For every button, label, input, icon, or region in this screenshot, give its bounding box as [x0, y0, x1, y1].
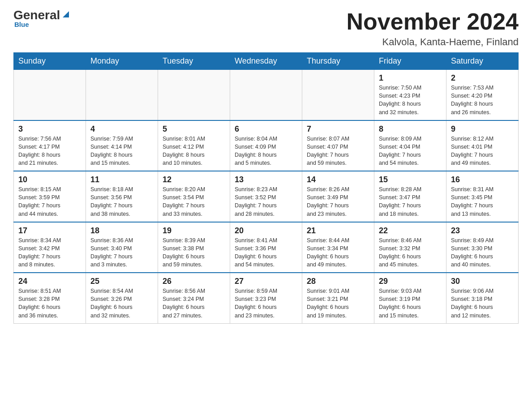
calendar-cell: 8Sunrise: 8:09 AM Sunset: 4:04 PM Daylig… [374, 120, 446, 171]
day-number: 28 [307, 277, 369, 286]
week-row-5: 24Sunrise: 8:51 AM Sunset: 3:28 PM Dayli… [14, 273, 519, 323]
day-info: Sunrise: 8:54 AM Sunset: 3:26 PM Dayligh… [90, 287, 153, 320]
calendar-subtitle: Kalvola, Kanta-Haeme, Finland [347, 36, 519, 48]
weekday-header-sunday: Sunday [14, 53, 86, 70]
day-info: Sunrise: 8:44 AM Sunset: 3:34 PM Dayligh… [307, 236, 369, 269]
day-info: Sunrise: 8:01 AM Sunset: 4:12 PM Dayligh… [163, 135, 225, 167]
day-number: 11 [90, 175, 153, 184]
weekday-header-monday: Monday [86, 53, 158, 70]
calendar-cell: 11Sunrise: 8:18 AM Sunset: 3:56 PM Dayli… [86, 171, 158, 222]
day-info: Sunrise: 8:39 AM Sunset: 3:38 PM Dayligh… [163, 236, 225, 269]
day-number: 1 [379, 73, 442, 83]
day-number: 27 [235, 277, 297, 286]
day-number: 9 [451, 124, 514, 134]
calendar-cell: 25Sunrise: 8:54 AM Sunset: 3:26 PM Dayli… [86, 273, 158, 323]
day-number: 10 [18, 175, 81, 184]
day-number: 26 [163, 277, 225, 286]
calendar-cell: 6Sunrise: 8:04 AM Sunset: 4:09 PM Daylig… [230, 120, 302, 171]
day-info: Sunrise: 8:49 AM Sunset: 3:30 PM Dayligh… [451, 236, 514, 269]
calendar-cell: 7Sunrise: 8:07 AM Sunset: 4:07 PM Daylig… [302, 120, 374, 171]
day-number: 18 [90, 226, 153, 235]
day-info: Sunrise: 7:59 AM Sunset: 4:14 PM Dayligh… [90, 135, 153, 167]
day-number: 13 [235, 175, 297, 184]
weekday-header-saturday: Saturday [446, 53, 519, 70]
weekday-header-tuesday: Tuesday [158, 53, 230, 70]
calendar-cell: 5Sunrise: 8:01 AM Sunset: 4:12 PM Daylig… [158, 120, 230, 171]
calendar-cell: 30Sunrise: 9:06 AM Sunset: 3:18 PM Dayli… [446, 273, 519, 323]
logo: General Blue [13, 9, 71, 28]
day-info: Sunrise: 8:36 AM Sunset: 3:40 PM Dayligh… [90, 236, 153, 269]
day-number: 30 [451, 277, 514, 286]
calendar-cell [158, 70, 230, 120]
weekday-header-friday: Friday [374, 53, 446, 70]
day-number: 17 [18, 226, 81, 235]
calendar-cell: 20Sunrise: 8:41 AM Sunset: 3:36 PM Dayli… [230, 222, 302, 273]
calendar-cell: 29Sunrise: 9:03 AM Sunset: 3:19 PM Dayli… [374, 273, 446, 323]
day-info: Sunrise: 9:03 AM Sunset: 3:19 PM Dayligh… [379, 287, 442, 320]
day-info: Sunrise: 7:53 AM Sunset: 4:20 PM Dayligh… [451, 84, 514, 116]
calendar-cell: 18Sunrise: 8:36 AM Sunset: 3:40 PM Dayli… [86, 222, 158, 273]
calendar-cell: 27Sunrise: 8:59 AM Sunset: 3:23 PM Dayli… [230, 273, 302, 323]
day-number: 15 [379, 175, 442, 184]
day-number: 23 [451, 226, 514, 235]
day-number: 20 [235, 226, 297, 235]
day-number: 5 [163, 124, 225, 134]
day-number: 22 [379, 226, 442, 235]
calendar-cell: 28Sunrise: 9:01 AM Sunset: 3:21 PM Dayli… [302, 273, 374, 323]
calendar-cell: 4Sunrise: 7:59 AM Sunset: 4:14 PM Daylig… [86, 120, 158, 171]
day-info: Sunrise: 8:34 AM Sunset: 3:42 PM Dayligh… [18, 236, 81, 269]
day-info: Sunrise: 8:31 AM Sunset: 3:45 PM Dayligh… [451, 185, 514, 218]
day-info: Sunrise: 8:07 AM Sunset: 4:07 PM Dayligh… [307, 135, 369, 167]
day-number: 25 [90, 277, 153, 286]
day-number: 4 [90, 124, 153, 134]
day-info: Sunrise: 8:26 AM Sunset: 3:49 PM Dayligh… [307, 185, 369, 218]
day-info: Sunrise: 8:41 AM Sunset: 3:36 PM Dayligh… [235, 236, 297, 269]
day-info: Sunrise: 8:28 AM Sunset: 3:47 PM Dayligh… [379, 185, 442, 218]
day-info: Sunrise: 8:51 AM Sunset: 3:28 PM Dayligh… [18, 287, 81, 320]
calendar-cell: 3Sunrise: 7:56 AM Sunset: 4:17 PM Daylig… [14, 120, 86, 171]
calendar-cell: 16Sunrise: 8:31 AM Sunset: 3:45 PM Dayli… [446, 171, 519, 222]
week-row-3: 10Sunrise: 8:15 AM Sunset: 3:59 PM Dayli… [14, 171, 519, 222]
day-info: Sunrise: 7:50 AM Sunset: 4:23 PM Dayligh… [379, 84, 442, 116]
calendar-cell: 2Sunrise: 7:53 AM Sunset: 4:20 PM Daylig… [446, 70, 519, 120]
calendar-cell: 9Sunrise: 8:12 AM Sunset: 4:01 PM Daylig… [446, 120, 519, 171]
calendar-cell: 1Sunrise: 7:50 AM Sunset: 4:23 PM Daylig… [374, 70, 446, 120]
calendar-cell: 12Sunrise: 8:20 AM Sunset: 3:54 PM Dayli… [158, 171, 230, 222]
svg-marker-0 [63, 11, 69, 17]
calendar-cell [86, 70, 158, 120]
weekday-header-wednesday: Wednesday [230, 53, 302, 70]
day-info: Sunrise: 8:12 AM Sunset: 4:01 PM Dayligh… [451, 135, 514, 167]
day-info: Sunrise: 8:23 AM Sunset: 3:52 PM Dayligh… [235, 185, 297, 218]
week-row-4: 17Sunrise: 8:34 AM Sunset: 3:42 PM Dayli… [14, 222, 519, 273]
calendar-cell: 22Sunrise: 8:46 AM Sunset: 3:32 PM Dayli… [374, 222, 446, 273]
day-number: 3 [18, 124, 81, 134]
page-header: General Blue November 2024 Kalvola, Kant… [13, 9, 519, 48]
calendar-cell [230, 70, 302, 120]
day-info: Sunrise: 8:56 AM Sunset: 3:24 PM Dayligh… [163, 287, 225, 320]
calendar-cell: 26Sunrise: 8:56 AM Sunset: 3:24 PM Dayli… [158, 273, 230, 323]
logo-icon [61, 9, 71, 19]
day-number: 24 [18, 277, 81, 286]
calendar-cell [14, 70, 86, 120]
calendar-cell: 19Sunrise: 8:39 AM Sunset: 3:38 PM Dayli… [158, 222, 230, 273]
day-number: 12 [163, 175, 225, 184]
logo-text-blue: Blue [13, 21, 29, 28]
day-number: 8 [379, 124, 442, 134]
calendar-cell: 23Sunrise: 8:49 AM Sunset: 3:30 PM Dayli… [446, 222, 519, 273]
day-number: 14 [307, 175, 369, 184]
calendar-cell: 10Sunrise: 8:15 AM Sunset: 3:59 PM Dayli… [14, 171, 86, 222]
weekday-header-thursday: Thursday [302, 53, 374, 70]
calendar-cell: 21Sunrise: 8:44 AM Sunset: 3:34 PM Dayli… [302, 222, 374, 273]
weekday-header-row: SundayMondayTuesdayWednesdayThursdayFrid… [14, 53, 519, 70]
week-row-1: 1Sunrise: 7:50 AM Sunset: 4:23 PM Daylig… [14, 70, 519, 120]
day-info: Sunrise: 8:18 AM Sunset: 3:56 PM Dayligh… [90, 185, 153, 218]
day-info: Sunrise: 8:59 AM Sunset: 3:23 PM Dayligh… [235, 287, 297, 320]
calendar-cell: 15Sunrise: 8:28 AM Sunset: 3:47 PM Dayli… [374, 171, 446, 222]
calendar-title: November 2024 [347, 9, 519, 34]
calendar-cell: 14Sunrise: 8:26 AM Sunset: 3:49 PM Dayli… [302, 171, 374, 222]
calendar-cell: 24Sunrise: 8:51 AM Sunset: 3:28 PM Dayli… [14, 273, 86, 323]
day-info: Sunrise: 8:09 AM Sunset: 4:04 PM Dayligh… [379, 135, 442, 167]
logo-text-general: General [13, 9, 60, 21]
day-number: 29 [379, 277, 442, 286]
day-number: 21 [307, 226, 369, 235]
